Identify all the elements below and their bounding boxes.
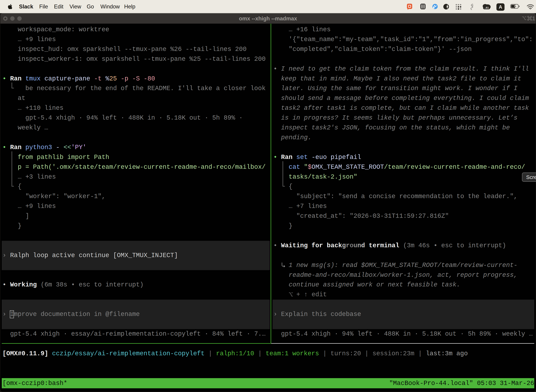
svg-text:..61: ..61 (484, 6, 489, 9)
